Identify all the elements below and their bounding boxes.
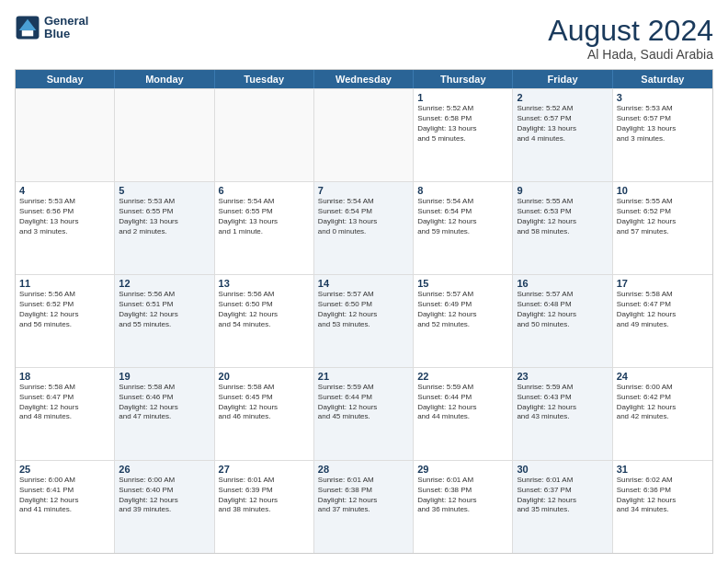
day-number: 25 xyxy=(19,464,110,475)
cell-info: Sunrise: 5:56 AM Sunset: 6:50 PM Dayligh… xyxy=(219,290,310,329)
day-number: 11 xyxy=(19,278,110,289)
cal-cell-10: 10Sunrise: 5:55 AM Sunset: 6:52 PM Dayli… xyxy=(613,182,712,274)
day-number: 4 xyxy=(19,185,110,196)
cal-cell-17: 17Sunrise: 5:58 AM Sunset: 6:47 PM Dayli… xyxy=(613,275,712,367)
cell-info: Sunrise: 5:57 AM Sunset: 6:50 PM Dayligh… xyxy=(318,290,409,329)
day-number: 27 xyxy=(219,464,310,475)
logo: General Blue xyxy=(15,15,88,41)
cell-info: Sunrise: 6:01 AM Sunset: 6:38 PM Dayligh… xyxy=(318,476,409,515)
cal-cell-28: 28Sunrise: 6:01 AM Sunset: 6:38 PM Dayli… xyxy=(314,461,414,553)
cal-cell-12: 12Sunrise: 5:56 AM Sunset: 6:51 PM Dayli… xyxy=(115,275,214,367)
header: General Blue August 2024 Al Hada, Saudi … xyxy=(15,15,713,62)
header-day-saturday: Saturday xyxy=(613,70,712,88)
cell-info: Sunrise: 6:00 AM Sunset: 6:40 PM Dayligh… xyxy=(119,476,210,515)
cal-cell-empty-2 xyxy=(215,89,314,181)
cell-info: Sunrise: 5:59 AM Sunset: 6:43 PM Dayligh… xyxy=(517,383,608,422)
cell-info: Sunrise: 5:52 AM Sunset: 6:57 PM Dayligh… xyxy=(517,104,608,144)
day-number: 5 xyxy=(119,185,210,196)
day-number: 6 xyxy=(219,185,310,196)
cal-cell-13: 13Sunrise: 5:56 AM Sunset: 6:50 PM Dayli… xyxy=(215,275,314,367)
cell-info: Sunrise: 5:53 AM Sunset: 6:56 PM Dayligh… xyxy=(19,197,110,236)
cal-cell-15: 15Sunrise: 5:57 AM Sunset: 6:49 PM Dayli… xyxy=(414,275,513,367)
day-number: 30 xyxy=(517,464,608,475)
day-number: 31 xyxy=(617,464,709,475)
logo-line2: Blue xyxy=(44,28,88,40)
cal-cell-25: 25Sunrise: 6:00 AM Sunset: 6:41 PM Dayli… xyxy=(16,461,115,553)
cell-info: Sunrise: 6:02 AM Sunset: 6:36 PM Dayligh… xyxy=(617,476,709,515)
svg-rect-2 xyxy=(22,30,33,36)
cell-info: Sunrise: 5:57 AM Sunset: 6:48 PM Dayligh… xyxy=(517,290,608,329)
cell-info: Sunrise: 5:53 AM Sunset: 6:55 PM Dayligh… xyxy=(119,197,210,236)
cell-info: Sunrise: 5:57 AM Sunset: 6:49 PM Dayligh… xyxy=(417,290,508,329)
month-title: August 2024 xyxy=(548,15,713,47)
day-number: 15 xyxy=(417,278,508,289)
day-number: 10 xyxy=(617,185,709,196)
cell-info: Sunrise: 5:56 AM Sunset: 6:52 PM Dayligh… xyxy=(19,290,110,329)
cal-cell-22: 22Sunrise: 5:59 AM Sunset: 6:44 PM Dayli… xyxy=(414,368,513,460)
cal-cell-4: 4Sunrise: 5:53 AM Sunset: 6:56 PM Daylig… xyxy=(16,182,115,274)
logo-icon xyxy=(15,15,40,40)
cal-cell-19: 19Sunrise: 5:58 AM Sunset: 6:46 PM Dayli… xyxy=(115,368,214,460)
day-number: 7 xyxy=(318,185,409,196)
cell-info: Sunrise: 5:58 AM Sunset: 6:47 PM Dayligh… xyxy=(617,290,709,329)
cell-info: Sunrise: 5:54 AM Sunset: 6:54 PM Dayligh… xyxy=(318,197,409,236)
cal-cell-11: 11Sunrise: 5:56 AM Sunset: 6:52 PM Dayli… xyxy=(16,275,115,367)
cell-info: Sunrise: 5:59 AM Sunset: 6:44 PM Dayligh… xyxy=(318,383,409,422)
page: General Blue August 2024 Al Hada, Saudi … xyxy=(0,0,728,563)
cell-info: Sunrise: 5:59 AM Sunset: 6:44 PM Dayligh… xyxy=(417,383,508,422)
cal-cell-20: 20Sunrise: 5:58 AM Sunset: 6:45 PM Dayli… xyxy=(215,368,314,460)
header-day-thursday: Thursday xyxy=(414,70,513,88)
cal-cell-3: 3Sunrise: 5:53 AM Sunset: 6:57 PM Daylig… xyxy=(613,89,712,181)
cal-cell-18: 18Sunrise: 5:58 AM Sunset: 6:47 PM Dayli… xyxy=(16,368,115,460)
logo-text: General Blue xyxy=(44,15,88,41)
day-number: 28 xyxy=(318,464,409,475)
header-day-friday: Friday xyxy=(513,70,612,88)
cal-cell-1: 1Sunrise: 5:52 AM Sunset: 6:58 PM Daylig… xyxy=(414,89,513,181)
cell-info: Sunrise: 5:55 AM Sunset: 6:53 PM Dayligh… xyxy=(517,197,608,236)
cell-info: Sunrise: 6:00 AM Sunset: 6:41 PM Dayligh… xyxy=(19,476,110,515)
cell-info: Sunrise: 5:54 AM Sunset: 6:54 PM Dayligh… xyxy=(417,197,508,236)
day-number: 12 xyxy=(119,278,210,289)
day-number: 29 xyxy=(417,464,508,475)
cal-cell-7: 7Sunrise: 5:54 AM Sunset: 6:54 PM Daylig… xyxy=(314,182,414,274)
day-number: 22 xyxy=(417,371,508,382)
calendar-row-4: 25Sunrise: 6:00 AM Sunset: 6:41 PM Dayli… xyxy=(16,460,712,553)
cal-cell-21: 21Sunrise: 5:59 AM Sunset: 6:44 PM Dayli… xyxy=(314,368,414,460)
day-number: 14 xyxy=(318,278,409,289)
calendar-header: SundayMondayTuesdayWednesdayThursdayFrid… xyxy=(16,70,712,88)
cal-cell-30: 30Sunrise: 6:01 AM Sunset: 6:37 PM Dayli… xyxy=(513,461,612,553)
cal-cell-8: 8Sunrise: 5:54 AM Sunset: 6:54 PM Daylig… xyxy=(414,182,513,274)
header-day-sunday: Sunday xyxy=(16,70,115,88)
cell-info: Sunrise: 5:53 AM Sunset: 6:57 PM Dayligh… xyxy=(617,104,709,144)
cell-info: Sunrise: 5:58 AM Sunset: 6:47 PM Dayligh… xyxy=(19,383,110,422)
day-number: 2 xyxy=(517,92,608,103)
cell-info: Sunrise: 5:56 AM Sunset: 6:51 PM Dayligh… xyxy=(119,290,210,329)
cal-cell-26: 26Sunrise: 6:00 AM Sunset: 6:40 PM Dayli… xyxy=(115,461,214,553)
day-number: 9 xyxy=(517,185,608,196)
cal-cell-empty-1 xyxy=(115,89,214,181)
day-number: 3 xyxy=(617,92,709,103)
header-day-monday: Monday xyxy=(115,70,214,88)
cal-cell-6: 6Sunrise: 5:54 AM Sunset: 6:55 PM Daylig… xyxy=(215,182,314,274)
cell-info: Sunrise: 5:58 AM Sunset: 6:45 PM Dayligh… xyxy=(219,383,310,422)
day-number: 18 xyxy=(19,371,110,382)
day-number: 23 xyxy=(517,371,608,382)
cal-cell-31: 31Sunrise: 6:02 AM Sunset: 6:36 PM Dayli… xyxy=(613,461,712,553)
day-number: 19 xyxy=(119,371,210,382)
day-number: 16 xyxy=(517,278,608,289)
cell-info: Sunrise: 6:01 AM Sunset: 6:39 PM Dayligh… xyxy=(219,476,310,515)
calendar-body: 1Sunrise: 5:52 AM Sunset: 6:58 PM Daylig… xyxy=(16,88,712,553)
cell-info: Sunrise: 6:01 AM Sunset: 6:38 PM Dayligh… xyxy=(417,476,508,515)
cal-cell-14: 14Sunrise: 5:57 AM Sunset: 6:50 PM Dayli… xyxy=(314,275,414,367)
cal-cell-5: 5Sunrise: 5:53 AM Sunset: 6:55 PM Daylig… xyxy=(115,182,214,274)
cal-cell-2: 2Sunrise: 5:52 AM Sunset: 6:57 PM Daylig… xyxy=(513,89,612,181)
header-day-tuesday: Tuesday xyxy=(215,70,314,88)
logo-line1: General xyxy=(44,15,88,28)
day-number: 24 xyxy=(617,371,709,382)
day-number: 20 xyxy=(219,371,310,382)
calendar-row-2: 11Sunrise: 5:56 AM Sunset: 6:52 PM Dayli… xyxy=(16,274,712,367)
day-number: 17 xyxy=(617,278,709,289)
day-number: 21 xyxy=(318,371,409,382)
cal-cell-empty-0 xyxy=(16,89,115,181)
day-number: 26 xyxy=(119,464,210,475)
